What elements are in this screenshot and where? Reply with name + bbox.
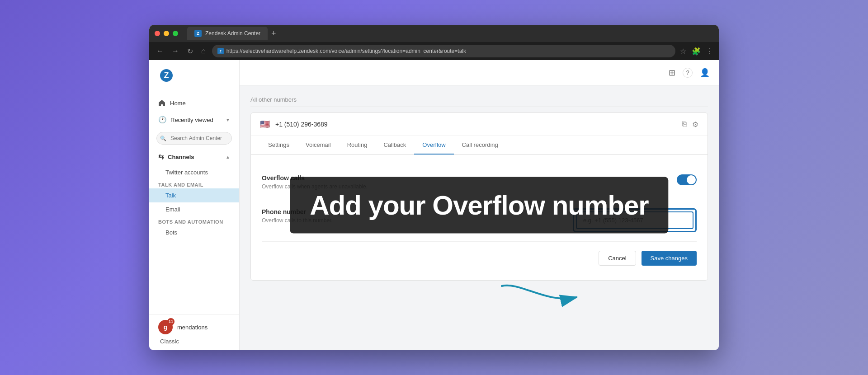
cancel-button[interactable]: Cancel	[599, 251, 636, 266]
recently-viewed-chevron-icon: ▼	[226, 117, 230, 122]
clock-icon: 🕐	[158, 116, 167, 124]
settings-icon[interactable]: ⚙	[692, 120, 698, 129]
flag-icon: 🇺🇸	[260, 119, 270, 129]
sidebar-bottom: g 11 mendations Classic	[149, 314, 239, 350]
user-icon[interactable]: 👤	[700, 68, 710, 78]
help-icon[interactable]: ?	[683, 68, 693, 78]
extensions-icon[interactable]: 🧩	[692, 47, 701, 56]
all-numbers-header: All other numbers	[250, 93, 708, 107]
bookmark-icon[interactable]: ☆	[680, 47, 686, 56]
main-content: ⊞ ? 👤 All other numbers 🇺🇸 +1 (510) 296-…	[240, 60, 719, 350]
url-text: https://selectivehardwarehelp.zendesk.co…	[226, 48, 466, 54]
sidebar-item-classic[interactable]: Classic	[158, 338, 230, 345]
twitter-label: Twitter accounts	[165, 169, 208, 176]
tab-callback[interactable]: Callback	[375, 136, 414, 155]
refresh-button[interactable]: ↻	[185, 46, 195, 56]
email-label: Email	[165, 206, 180, 213]
channels-chevron-icon: ▲	[226, 155, 230, 159]
app-content: Z Home 🕐 Recently viewed ▼	[149, 60, 719, 350]
menu-icon[interactable]: ⋮	[706, 47, 713, 56]
address-bar: ← → ↻ ⌂ Z https://selectivehardwarehelp.…	[149, 42, 719, 60]
svg-text:Z: Z	[164, 71, 169, 80]
copy-icon[interactable]: ⎘	[682, 120, 687, 129]
bots-section-label: Bots and automation	[149, 216, 239, 225]
talk-label: Talk	[165, 192, 176, 199]
home-icon	[158, 99, 165, 107]
tabs-row: Settings Voicemail Routing Callback Over	[251, 136, 708, 155]
title-bar: Z Zendesk Admin Center +	[149, 25, 719, 42]
sidebar-logo: Z	[149, 60, 239, 91]
sidebar-item-twitter[interactable]: Twitter accounts	[149, 165, 239, 179]
tab-routing[interactable]: Routing	[339, 136, 376, 155]
tab-title: Zendesk Admin Center	[205, 30, 260, 37]
home-button[interactable]: ⌂	[199, 46, 208, 56]
phone-number-text: +1 (510) 296-3689	[275, 121, 677, 128]
tab-bar: Z Zendesk Admin Center +	[187, 27, 713, 40]
save-changes-button[interactable]: Save changes	[642, 251, 697, 266]
tab-overflow[interactable]: Overflow	[414, 136, 453, 155]
arrow-container	[493, 277, 583, 315]
arrow-icon	[493, 277, 583, 313]
bots-label: Bots	[165, 229, 177, 236]
sidebar-nav: Home 🕐 Recently viewed ▼ ⇆ Cha	[149, 91, 239, 314]
action-buttons: Cancel Save changes	[262, 242, 697, 269]
forward-button[interactable]: →	[170, 46, 181, 56]
browser-window: Z Zendesk Admin Center + ← → ↻ ⌂ Z https…	[149, 25, 719, 350]
top-header: ⊞ ? 👤	[240, 60, 719, 85]
grid-icon[interactable]: ⊞	[669, 68, 675, 78]
address-icons: ☆ 🧩 ⋮	[680, 47, 713, 56]
recently-viewed-label: Recently viewed	[170, 117, 222, 123]
overflow-calls-control	[677, 174, 697, 185]
search-input[interactable]	[156, 132, 232, 145]
notification-badge: 11	[167, 318, 175, 325]
sidebar-channels-section[interactable]: ⇆ Channels ▲	[149, 148, 239, 165]
overlay-banner: Add your Overflow number	[290, 177, 668, 234]
avatar[interactable]: g 11	[158, 320, 173, 334]
url-bar[interactable]: Z https://selectivehardwarehelp.zendesk.…	[212, 45, 675, 57]
phone-actions: ⎘ ⚙	[682, 120, 698, 129]
overlay-text: Add your Overflow number	[310, 190, 648, 221]
url-favicon: Z	[217, 48, 224, 54]
channels-label: Channels	[168, 154, 194, 160]
sidebar: Z Home 🕐 Recently viewed ▼	[149, 60, 240, 350]
tab-settings[interactable]: Settings	[260, 136, 297, 155]
sidebar-item-talk[interactable]: Talk	[149, 188, 239, 202]
zendesk-logo-icon: Z	[158, 67, 175, 84]
traffic-light-red[interactable]	[155, 31, 160, 36]
overflow-calls-toggle[interactable]	[677, 174, 697, 185]
tab-favicon: Z	[194, 30, 202, 37]
phone-number-row: 🇺🇸 +1 (510) 296-3689 ⎘ ⚙	[251, 113, 708, 136]
channels-icon: ⇆	[158, 153, 164, 161]
talk-email-section-label: Talk and email	[149, 179, 239, 188]
back-button[interactable]: ←	[155, 46, 165, 56]
sidebar-search-container	[149, 128, 239, 148]
sidebar-home-label: Home	[170, 100, 230, 107]
traffic-light-green[interactable]	[173, 31, 178, 36]
browser-tab[interactable]: Z Zendesk Admin Center	[187, 27, 268, 40]
sidebar-item-bots[interactable]: Bots	[149, 225, 239, 239]
tab-voicemail[interactable]: Voicemail	[297, 136, 339, 155]
tab-call-recording[interactable]: Call recording	[454, 136, 506, 155]
recommendations-label: mendations	[177, 324, 208, 331]
search-wrap	[156, 132, 232, 145]
sidebar-item-home[interactable]: Home	[149, 95, 239, 111]
traffic-light-yellow[interactable]	[164, 31, 169, 36]
new-tab-button[interactable]: +	[271, 29, 276, 38]
sidebar-item-email[interactable]: Email	[149, 202, 239, 216]
sidebar-recently-viewed[interactable]: 🕐 Recently viewed ▼	[149, 111, 239, 128]
